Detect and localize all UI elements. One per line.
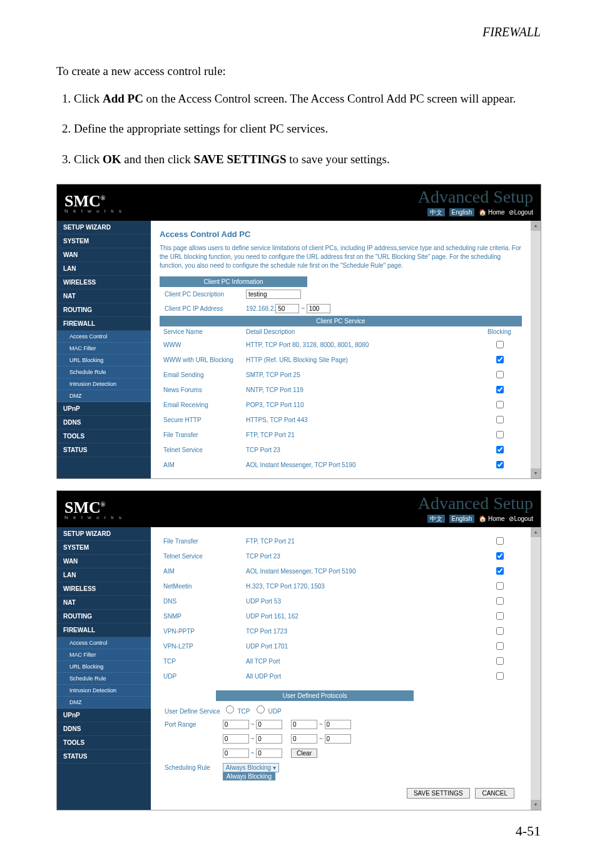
- nav-tools[interactable]: TOOLS: [57, 430, 151, 443]
- nav-upnp[interactable]: UPnP: [57, 709, 151, 722]
- nav-mac-filter[interactable]: MAC Filter: [57, 343, 151, 355]
- lang-cn-link[interactable]: 中文: [427, 208, 445, 216]
- blocking-checkbox[interactable]: [496, 537, 504, 545]
- scroll-down-icon[interactable]: ▾: [531, 468, 541, 478]
- save-settings-button[interactable]: SAVE SETTINGS: [407, 788, 470, 799]
- scrollbar[interactable]: ▴ ▾: [531, 221, 541, 478]
- nav-firewall[interactable]: FIREWALL: [57, 317, 151, 331]
- port-input[interactable]: [256, 749, 282, 758]
- blocking-checkbox[interactable]: [496, 597, 504, 605]
- port-input[interactable]: [291, 734, 317, 744]
- blocking-checkbox[interactable]: [496, 612, 504, 620]
- port-input[interactable]: [325, 734, 351, 744]
- cancel-button[interactable]: CANCEL: [475, 788, 514, 799]
- blocking-checkbox[interactable]: [496, 567, 504, 575]
- blocking-checkbox[interactable]: [496, 416, 504, 423]
- nav-schedule-rule[interactable]: Schedule Rule: [57, 366, 151, 378]
- port-input[interactable]: [223, 734, 249, 744]
- nav-url-blocking[interactable]: URL Blocking: [57, 355, 151, 366]
- nav-setup-wizard[interactable]: SETUP WIZARD: [57, 527, 151, 541]
- logout-link[interactable]: ⊘Logout: [509, 209, 533, 216]
- nav-wan[interactable]: WAN: [57, 248, 151, 262]
- nav-schedule-rule[interactable]: Schedule Rule: [57, 673, 151, 685]
- port-input[interactable]: [223, 720, 249, 729]
- port-input[interactable]: [325, 720, 351, 729]
- router-header: SMC® N e t w o r k s Advanced Setup 中文 E…: [57, 491, 541, 527]
- nav-url-blocking[interactable]: URL Blocking: [57, 661, 151, 673]
- nav-lan[interactable]: LAN: [57, 262, 151, 276]
- nav-firewall[interactable]: FIREWALL: [57, 623, 151, 637]
- tcp-radio[interactable]: [226, 705, 234, 714]
- blocking-checkbox[interactable]: [496, 446, 504, 453]
- table-row: UDPAll UDP Port: [160, 669, 522, 684]
- lang-en-link[interactable]: English: [449, 515, 475, 523]
- nav-status[interactable]: STATUS: [57, 443, 151, 457]
- nav-system[interactable]: SYSTEM: [57, 541, 151, 555]
- scroll-up-icon[interactable]: ▴: [531, 221, 541, 231]
- table-row: News ForumsNNTP, TCP Port 119: [160, 382, 522, 397]
- top-links: 中文 English 🏠 Home ⊘Logout: [425, 208, 533, 217]
- nav-access-control[interactable]: Access Control: [57, 637, 151, 649]
- scrollbar[interactable]: ▴ ▾: [531, 527, 541, 810]
- lang-en-link[interactable]: English: [449, 208, 475, 216]
- brand-sub: N e t w o r k s: [64, 208, 123, 214]
- nav-dmz[interactable]: DMZ: [57, 390, 151, 402]
- blocking-checkbox[interactable]: [496, 642, 504, 650]
- nav-wan[interactable]: WAN: [57, 555, 151, 568]
- nav-status[interactable]: STATUS: [57, 750, 151, 764]
- nav-nat[interactable]: NAT: [57, 290, 151, 303]
- blocking-checkbox[interactable]: [496, 371, 504, 378]
- table-row: AIMAOL Instant Messenger, TCP Port 5190: [160, 457, 522, 472]
- nav-routing[interactable]: ROUTING: [57, 303, 151, 317]
- blocking-checkbox[interactable]: [496, 431, 504, 438]
- nav-intrusion[interactable]: Intrusion Detection: [57, 378, 151, 390]
- blocking-checkbox[interactable]: [496, 582, 504, 590]
- ip-label: Client PC IP Address: [165, 305, 246, 312]
- nav-wireless[interactable]: WIRELESS: [57, 276, 151, 290]
- desc-input[interactable]: [246, 290, 301, 299]
- sched-dropdown-item[interactable]: Always Blocking: [223, 772, 275, 780]
- udp-radio[interactable]: [257, 705, 265, 714]
- port-input[interactable]: [256, 720, 282, 729]
- lang-cn-link[interactable]: 中文: [427, 515, 445, 523]
- blocking-checkbox[interactable]: [496, 341, 504, 348]
- ip-from-input[interactable]: [275, 304, 299, 313]
- scroll-down-icon[interactable]: ▾: [531, 800, 541, 810]
- port-input[interactable]: [291, 720, 317, 729]
- blocking-checkbox[interactable]: [496, 386, 504, 393]
- sched-select[interactable]: Always Blocking ▾: [223, 763, 279, 772]
- home-link[interactable]: 🏠 Home: [479, 209, 504, 216]
- button-row: SAVE SETTINGS CANCEL: [160, 783, 522, 804]
- nav-access-control[interactable]: Access Control: [57, 331, 151, 343]
- port-input[interactable]: [256, 734, 282, 744]
- scroll-up-icon[interactable]: ▴: [531, 527, 541, 537]
- nav-ddns[interactable]: DDNS: [57, 416, 151, 430]
- page-title: Access Control Add PC: [160, 230, 522, 239]
- blocking-checkbox[interactable]: [496, 627, 504, 635]
- blocking-checkbox[interactable]: [496, 657, 504, 665]
- clear-button[interactable]: Clear: [291, 749, 317, 758]
- nav-routing[interactable]: ROUTING: [57, 610, 151, 623]
- nav-system[interactable]: SYSTEM: [57, 235, 151, 248]
- nav-lan[interactable]: LAN: [57, 568, 151, 582]
- blocking-checkbox[interactable]: [496, 552, 504, 560]
- logout-link[interactable]: ⊘Logout: [509, 515, 533, 522]
- port-input[interactable]: [223, 749, 249, 758]
- home-link[interactable]: 🏠 Home: [479, 515, 504, 522]
- nav-intrusion[interactable]: Intrusion Detection: [57, 685, 151, 697]
- service-table-cont: File TransferFTP, TCP Port 21 Telnet Ser…: [160, 533, 522, 684]
- ip-to-input[interactable]: [307, 304, 330, 313]
- nav-setup-wizard[interactable]: SETUP WIZARD: [57, 221, 151, 235]
- blocking-checkbox[interactable]: [496, 401, 504, 408]
- nav-wireless[interactable]: WIRELESS: [57, 582, 151, 596]
- nav-nat[interactable]: NAT: [57, 596, 151, 610]
- blocking-checkbox[interactable]: [496, 461, 504, 468]
- nav-tools[interactable]: TOOLS: [57, 736, 151, 750]
- nav-mac-filter[interactable]: MAC Filter: [57, 649, 151, 661]
- blocking-checkbox[interactable]: [496, 672, 504, 680]
- nav-ddns[interactable]: DDNS: [57, 722, 151, 736]
- col-blocking: Blocking: [477, 326, 522, 337]
- blocking-checkbox[interactable]: [496, 356, 504, 363]
- nav-dmz[interactable]: DMZ: [57, 697, 151, 709]
- nav-upnp[interactable]: UPnP: [57, 402, 151, 416]
